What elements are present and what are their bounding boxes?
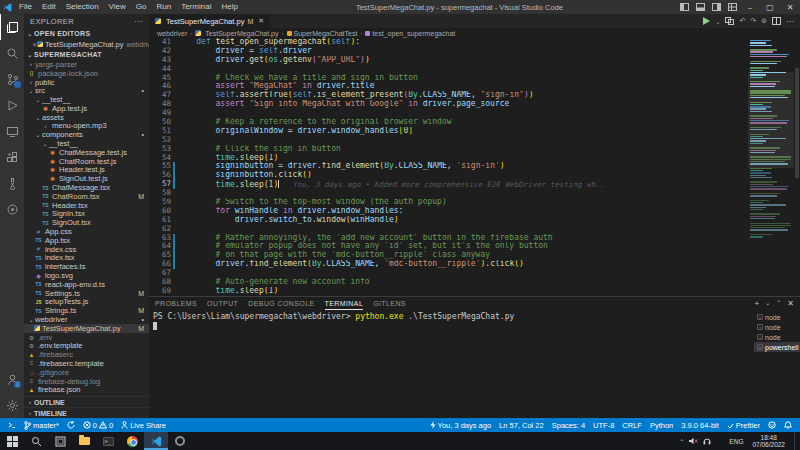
breadcrumb-item-test-open-supermegachat[interactable]: test_open_supermegachat: [365, 30, 455, 37]
timeline-section[interactable]: › TIMELINE: [24, 407, 149, 418]
editor-scrollbar[interactable]: [794, 38, 800, 296]
tree-item-testsupermegachat-py[interactable]: TestSuperMegaChat.pyM: [24, 324, 149, 333]
run-python-file-button[interactable]: [702, 17, 710, 25]
more-actions-icon[interactable]: ⋯: [786, 17, 794, 26]
tree-item-header-test-js[interactable]: ✱Header.test.js: [24, 166, 149, 175]
minimap[interactable]: [748, 38, 794, 296]
tree-item-src[interactable]: ⌄src•: [24, 86, 149, 95]
back-icon[interactable]: ↶: [739, 17, 745, 25]
tree-item-chatroom-tsx[interactable]: TSChatRoom.tsxM: [24, 192, 149, 201]
terminal-instance-node[interactable]: ›node: [754, 322, 800, 332]
tab-close-icon[interactable]: ✕: [258, 17, 264, 25]
tree-item-signout-tsx[interactable]: TSSignOut.tsx: [24, 218, 149, 227]
language-mode[interactable]: Python: [646, 418, 677, 432]
menu-help[interactable]: Help: [216, 0, 242, 14]
blame-status[interactable]: You, 3 days ago: [426, 418, 496, 432]
tree-item-app-css[interactable]: #App.css: [24, 227, 149, 236]
accounts-icon[interactable]: 1: [0, 366, 24, 392]
toggle-sidebar-icon[interactable]: [676, 0, 692, 14]
workspace-section[interactable]: ⌄ SUPERMEGACHAT: [24, 49, 149, 60]
terminal-instance-powershell[interactable]: ›powershell: [754, 342, 800, 352]
vscode-taskbar-icon[interactable]: [144, 432, 168, 450]
tree-item-header-tsx[interactable]: TSHeader.tsx: [24, 201, 149, 210]
tree-item-signout-test-js[interactable]: ✱SignOut.test.js: [24, 174, 149, 183]
tree-item-chatroom-test-js[interactable]: ✱ChatRoom.test.js: [24, 157, 149, 166]
taskbar-search-icon[interactable]: [24, 432, 48, 450]
panel-tab-gitlens[interactable]: GITLENS: [373, 297, 406, 310]
remote-explorer-icon[interactable]: [0, 118, 24, 144]
testing-icon[interactable]: [0, 170, 24, 196]
remote-indicator[interactable]: [4, 418, 20, 432]
tree-item-components[interactable]: ⌄components•: [24, 130, 149, 139]
cursor-position[interactable]: Ln 57, Col 22: [495, 418, 548, 432]
tree-item-settings-ts[interactable]: TSSettings.tsM: [24, 289, 149, 298]
menu-selection[interactable]: Selection: [61, 0, 104, 14]
formatter-status[interactable]: Prettier: [723, 418, 764, 432]
eol-status[interactable]: CRLF: [618, 418, 646, 432]
language-indicator[interactable]: ENG: [729, 438, 743, 445]
tree-item-logo-svg[interactable]: ◆logo.svg: [24, 271, 149, 280]
indentation-status[interactable]: Spaces: 4: [548, 418, 589, 432]
terminal-app-icon[interactable]: >_: [96, 432, 120, 450]
start-button[interactable]: [0, 432, 24, 450]
terminal[interactable]: PS C:\Users\Liam\supermegachat\webdriver…: [149, 310, 754, 418]
chrome-icon[interactable]: [120, 432, 144, 450]
open-changes-icon[interactable]: [725, 17, 734, 25]
tray-app-icon[interactable]: [716, 437, 724, 445]
task-view-icon[interactable]: [48, 432, 72, 450]
customize-layout-icon[interactable]: [724, 0, 740, 14]
tree-item--firebaserc[interactable]: ▲.firebaserc: [24, 350, 149, 359]
tree-item-chatmessage-tsx[interactable]: TSChatMessage.tsx: [24, 183, 149, 192]
panel-tab-terminal[interactable]: TERMINAL: [325, 297, 364, 310]
breadcrumb-item-testsupermegachat-py[interactable]: TestSuperMegaChat.py: [195, 30, 278, 37]
tree-item-app-test-js[interactable]: ✱App.test.js: [24, 104, 149, 113]
source-control-icon[interactable]: [0, 66, 24, 92]
tree-item-signin-tsx[interactable]: TSSignIn.tsx: [24, 210, 149, 219]
tree-item-strings-ts[interactable]: TSStrings.tsM: [24, 306, 149, 315]
extensions-icon[interactable]: [0, 144, 24, 170]
menu-go[interactable]: Go: [131, 0, 152, 14]
toggle-panel-icon[interactable]: [692, 0, 708, 14]
circular-app-icon[interactable]: [168, 432, 192, 450]
tree-item--env-template[interactable]: ⚙.env.template: [24, 342, 149, 351]
scrollbar-thumb[interactable]: [795, 68, 799, 178]
audio-device-icon[interactable]: [703, 437, 711, 445]
volume-muted-icon[interactable]: [689, 437, 698, 445]
tree-item-firebase-json[interactable]: ▲firebase.json: [24, 385, 149, 394]
terminal-instance-node[interactable]: ›node: [754, 312, 800, 322]
menu-run[interactable]: Run: [151, 0, 176, 14]
open-editor-item[interactable]: ✕ TestSuperMegaChat.py webdriver M: [24, 39, 149, 49]
breadcrumb-item-supermegachattest[interactable]: SuperMegaChatTest: [287, 30, 358, 37]
taskbar-clock[interactable]: 18:48 07/06/2022: [748, 434, 789, 448]
git-branch-status[interactable]: master*: [20, 418, 63, 432]
tree-item-setuptests-js[interactable]: JSsetupTests.js: [24, 298, 149, 307]
run-debug-icon[interactable]: [0, 92, 24, 118]
tree-item-index-css[interactable]: #index.css: [24, 245, 149, 254]
run-options-chevron-icon[interactable]: ⌄: [715, 18, 720, 25]
feedback-icon[interactable]: [764, 418, 780, 432]
code-editor[interactable]: 41 def test_open_supermegachat(self):42 …: [149, 38, 800, 296]
tree-item--test-[interactable]: ⌄__test__: [24, 95, 149, 104]
tree-item--env[interactable]: ⚙.env: [24, 333, 149, 342]
search-icon[interactable]: [0, 40, 24, 66]
python-interpreter[interactable]: 3.9.0 64-bit: [677, 418, 723, 432]
open-editors-section[interactable]: ⌄ OPEN EDITORS: [24, 28, 149, 39]
panel-tab-problems[interactable]: PROBLEMS: [155, 297, 197, 310]
close-button[interactable]: ✕: [780, 0, 800, 14]
file-explorer-icon[interactable]: [72, 432, 96, 450]
tree-item-react-app-env-d-ts[interactable]: TSreact-app-env.d.ts: [24, 280, 149, 289]
menu-view[interactable]: View: [104, 0, 131, 14]
tree-item--firebaserc-template[interactable]: ≡.firebaserc.template: [24, 359, 149, 368]
close-panel-icon[interactable]: ✕: [787, 299, 794, 308]
problems-status[interactable]: 0 0: [79, 418, 117, 432]
sync-button[interactable]: [63, 418, 79, 432]
maximize-button[interactable]: ▢: [760, 0, 780, 14]
minimize-button[interactable]: –: [740, 0, 760, 14]
split-editor-icon[interactable]: [772, 17, 781, 25]
show-desktop-button[interactable]: [794, 432, 798, 450]
tree-item-menu-open-mp3[interactable]: ♪menu-open.mp3: [24, 122, 149, 131]
tree-item-package-lock-json[interactable]: {}package-lock.json: [24, 69, 149, 78]
hidden-icons-chevron[interactable]: ⌃: [679, 438, 684, 445]
tree-item-index-tsx[interactable]: TSindex.tsx: [24, 254, 149, 263]
tree-item-chatmessage-test-js[interactable]: ✱ChatMessage.test.js: [24, 148, 149, 157]
